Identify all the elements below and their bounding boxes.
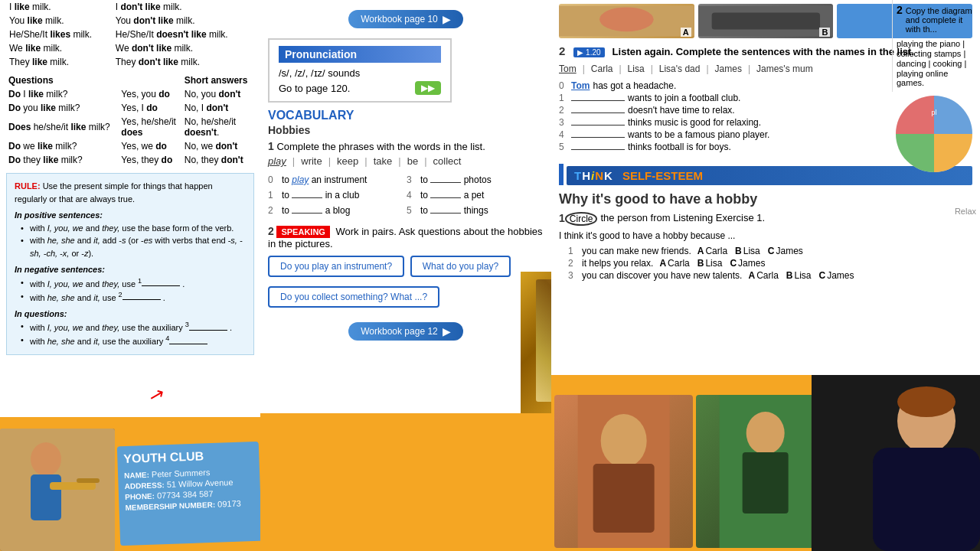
task2-section: 2 SPEAKING Work in pairs. Ask questions … [268,225,544,311]
sub-ex-3: 3 you can discover you have new talents.… [568,270,972,281]
image-a-label: A [681,28,691,37]
grammar-table: I like milk. I don't like milk. You like… [0,0,260,167]
svg-point-18 [601,414,647,468]
workbook-page-12-button[interactable]: Workbook page 12 ▶ [348,322,463,341]
bottom-mid-photos [521,272,551,413]
mouse-cursor-icon: ↗ [147,383,168,407]
ex-row-4: 4 to a pet [407,190,544,201]
stamps-collection-photo [521,272,551,413]
arrow-icon-2: ▶ [443,325,451,337]
svg-rect-28 [873,448,980,551]
think-accent-bar [559,164,564,185]
hobby-intro: I think it's good to have a hobby becaus… [559,229,972,243]
svg-rect-19 [593,464,655,533]
question-btn-3[interactable]: Do you collect something? What ...? [268,286,439,308]
grammar-row: I like milk. [6,0,113,14]
sentence-3-blank [571,125,625,126]
question-buttons: Do you play an instrument? What do you p… [268,253,544,280]
grammar-row-neg: You don't like milk. [113,14,254,28]
left-column: I like milk. I don't like milk. You like… [0,0,260,551]
name-tom: Tom [559,64,577,74]
image-b-label: B [819,28,830,37]
workbook-btn-2-container: Workbook page 12 ▶ [268,318,544,344]
name-lisasdad: Lisa's dad [659,64,701,74]
right-column: A B 2 ▶ 1.20 Listen again. [551,0,980,551]
grammar-row-neg: They don't like milk. [113,55,254,69]
grammar-row-neg: We don't like milk. [113,41,254,55]
name-carla: Carla [591,64,613,74]
stamp-overlay [536,279,551,402]
section2-container: 2 ▶ 1.20 Listen again. Complete the sent… [559,44,972,154]
svg-rect-13 [711,12,819,29]
name-james: James [715,64,742,74]
grammar-row: We like milk. [6,41,113,55]
bottom-left-photos: YOUTH CLUB NAME: Peter Summers ADDRESS: … [0,417,260,551]
self-esteem-label: SELF-ESTEEM [622,169,703,182]
speaking-badge: SPEAKING [276,226,329,238]
vocabulary-title: VOCABULARY [268,109,544,122]
pie-chart: pl [892,92,976,176]
svg-rect-22 [743,452,789,514]
question-btn-2[interactable]: What do you play? [410,256,511,277]
svg-text:pl: pl [931,109,936,116]
bottom-right-section [551,375,980,551]
question-btn-1[interactable]: Do you play an instrument? [268,256,404,277]
questions-section: Questions Short answers Do I like milk? … [6,73,254,167]
workbook-page-10-button[interactable]: Workbook page 10 ▶ [348,10,463,28]
svg-point-21 [746,412,785,455]
circle-word: Circle [565,212,598,226]
pronunciation-goto: Go to page 120. [279,83,350,94]
name-jamesmum: James's mum [756,64,813,74]
arrow-icon: ▶ [443,13,451,25]
sentence-0-name: Tom [571,80,590,91]
relax-label: Relax [955,207,976,216]
sentence-5-blank [571,149,625,150]
pronunciation-box: Pronunciation /s/, /z/, /ɪz/ sounds Go t… [268,38,452,103]
svg-point-29 [897,386,956,417]
hobby-section: Why it's good to have a hobby 1 Circle t… [559,191,972,281]
svg-rect-4 [77,478,100,483]
hobby-title: Why it's good to have a hobby [559,191,972,207]
name-lisa: Lisa [628,64,645,74]
middle-column: Workbook page 10 ▶ Pronunciation /s/, /z… [260,0,551,413]
webcam-person [812,375,980,551]
audio-badge[interactable]: ▶ 1.20 [573,47,604,57]
grammar-row-neg: I don't like milk. [113,0,254,14]
pronunciation-sounds: /s/, /z/, /ɪz/ sounds [279,67,441,79]
copy-diagram-section: 2 Copy the diagram and complete it with … [892,0,980,92]
sub-ex-2: 2 it helps you relax. ACarla BLisa CJame… [568,258,972,269]
bottom-photo-1 [554,395,693,548]
workbook-btn-1-container: Workbook page 10 ▶ [268,6,544,32]
trumpet-kid-photo [0,429,115,551]
rule-box: RULE: Use the present simple for things … [6,173,254,355]
sentence-2-blank [571,112,625,113]
svg-rect-2 [31,474,61,520]
pronunciation-title: Pronunciation [279,46,441,63]
word-bank: play | write | keep | take | be | collec… [268,155,544,167]
ex-row-0: 0 to play an instrument [268,174,405,185]
grammar-row: He/She/It likes milk. [6,28,113,41]
sub-exercises: 1 you can make new friends. ACarla BLisa… [568,246,972,281]
page-layout: I like milk. I don't like milk. You like… [0,0,980,551]
sentence-1-blank [571,100,625,101]
ex-row-3: 3 to photos [407,174,544,185]
pronunciation-audio-button[interactable]: ▶▶ [415,81,441,95]
diagram-items: playing the piano | collecting stamps | … [897,39,976,87]
svg-rect-3 [50,482,96,490]
webcam-overlay [812,375,980,551]
grammar-row: They like milk. [6,55,113,69]
svg-point-11 [599,7,654,31]
exercise-rows: 0 to play an instrument 3 to photos 1 to… [268,173,544,217]
svg-point-1 [31,442,61,476]
listening-from-text: the person from Listening Exercise 1. [600,212,765,223]
youth-club-card: YOUTH CLUB NAME: Peter Summers ADDRESS: … [117,442,260,546]
sentence-4-blank [571,137,625,138]
ex-row-2: 2 to a blog [268,205,405,216]
vocabulary-subtitle: Hobbies [268,124,544,136]
vocabulary-section: VOCABULARY Hobbies 1 Complete the phrase… [268,109,544,344]
task2-header: 2 SPEAKING Work in pairs. Ask questions … [268,225,544,249]
sub-ex-1: 1 you can make new friends. ACarla BLisa… [568,246,972,256]
image-a: A [559,4,694,38]
grammar-row: You like milk. [6,14,113,28]
ex-row-5: 5 to things [407,205,544,216]
